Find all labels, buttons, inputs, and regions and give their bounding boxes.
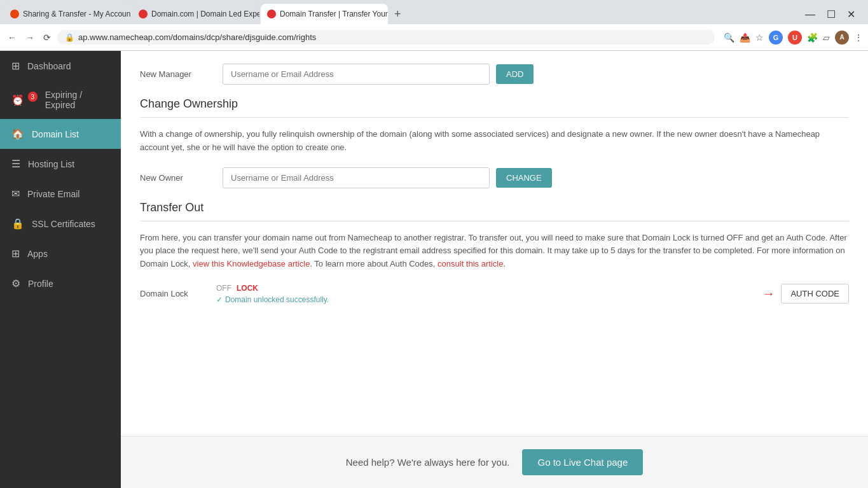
new-owner-row: New Owner CHANGE bbox=[140, 167, 849, 188]
domain-lock-row: Domain Lock OFF LOCK ✓ Domain unlocked s… bbox=[140, 284, 849, 304]
sidebar-toggle-button[interactable]: ▱ bbox=[823, 32, 830, 43]
reload-button[interactable]: ⟳ bbox=[41, 30, 53, 45]
browser-tab-1[interactable]: Sharing & Transfer - My Accoun... ✕ bbox=[4, 4, 131, 24]
tab-label-3: Domain Transfer | Transfer Your D... bbox=[280, 10, 388, 18]
menu-button[interactable]: ⋮ bbox=[854, 32, 863, 43]
transfer-desc-part5: . bbox=[503, 259, 506, 268]
bookmark-button[interactable]: ☆ bbox=[755, 32, 764, 43]
share-button[interactable]: 📤 bbox=[740, 32, 750, 43]
sidebar-item-profile[interactable]: ⚙ Profile bbox=[0, 268, 121, 298]
change-button[interactable]: CHANGE bbox=[496, 168, 552, 188]
sidebar-item-ssl-certificates[interactable]: 🔒 SSL Certificates bbox=[0, 209, 121, 239]
sidebar: ⊞ Dashboard ⏰ 3 Expiring / Expired 🏠 Dom… bbox=[0, 51, 121, 488]
sidebar-item-dashboard[interactable]: ⊞ Dashboard bbox=[0, 51, 121, 81]
tab-favicon-2 bbox=[139, 10, 148, 18]
browser-tab-3[interactable]: Domain Transfer | Transfer Your D... ✕ bbox=[261, 4, 388, 24]
transfer-out-divider bbox=[140, 221, 849, 221]
new-owner-input[interactable] bbox=[223, 167, 490, 188]
tab-favicon-1 bbox=[10, 10, 19, 18]
lock-right-area: → AUTH CODE bbox=[762, 284, 849, 303]
page-footer: Need help? We're always here for you. Go… bbox=[121, 436, 868, 488]
sidebar-item-dashboard-label: Dashboard bbox=[27, 61, 71, 71]
profile-avatar[interactable]: A bbox=[835, 31, 849, 45]
change-ownership-title: Change Ownership bbox=[140, 97, 849, 111]
search-button[interactable]: 🔍 bbox=[724, 32, 734, 43]
add-button[interactable]: ADD bbox=[496, 64, 534, 84]
minimize-button[interactable]: — bbox=[801, 8, 819, 22]
private-email-icon: ✉ bbox=[11, 188, 20, 200]
sidebar-item-private-email-label: Private Email bbox=[27, 189, 79, 199]
sidebar-item-expiring-label: Expiring / Expired bbox=[45, 90, 109, 110]
new-manager-label: New Manager bbox=[140, 69, 216, 79]
browser-tab-2[interactable]: Domain.com | Domain Led Expe... ✕ bbox=[132, 4, 259, 24]
knowledgebase-link[interactable]: view this Knowledgebase article bbox=[193, 259, 310, 268]
maximize-button[interactable]: ☐ bbox=[823, 7, 839, 22]
apps-icon: ⊞ bbox=[11, 247, 20, 260]
lock-success-message: ✓ Domain unlocked successfully. bbox=[216, 295, 762, 304]
auth-code-button[interactable]: AUTH CODE bbox=[781, 284, 849, 303]
url-lock-icon: 🔒 bbox=[65, 33, 74, 42]
close-window-button[interactable]: ✕ bbox=[843, 7, 859, 22]
sidebar-item-domain-list[interactable]: 🏠 Domain List bbox=[0, 119, 121, 149]
url-bar[interactable]: 🔒 ap.www.namecheap.com/domains/dcp/share… bbox=[57, 30, 715, 45]
tab-favicon-3 bbox=[267, 10, 276, 18]
new-owner-label: New Owner bbox=[140, 173, 216, 183]
content-area: New Manager ADD Change Ownership With a … bbox=[121, 51, 868, 488]
sidebar-item-apps[interactable]: ⊞ Apps bbox=[0, 239, 121, 268]
footer-help-text: Need help? We're always here for you. bbox=[346, 457, 510, 468]
live-chat-button[interactable]: Go to Live Chat page bbox=[522, 449, 643, 475]
sidebar-item-private-email[interactable]: ✉ Private Email bbox=[0, 179, 121, 209]
sidebar-item-domain-list-label: Domain List bbox=[32, 129, 79, 139]
new-manager-row: New Manager ADD bbox=[140, 64, 849, 85]
window-controls: — ☐ ✕ bbox=[796, 4, 864, 24]
url-text: ap.www.namecheap.com/domains/dcp/share/d… bbox=[78, 32, 707, 42]
transfer-out-title: Transfer Out bbox=[140, 201, 849, 214]
lock-on-text: LOCK bbox=[237, 284, 258, 293]
page-content: New Manager ADD Change Ownership With a … bbox=[121, 51, 868, 436]
transfer-desc-part3: . To learn more about Auth Codes, bbox=[310, 259, 437, 268]
tab-label-2: Domain.com | Domain Led Expe... bbox=[151, 10, 259, 18]
browser-chrome: Sharing & Transfer - My Accoun... ✕ Doma… bbox=[0, 0, 868, 51]
new-tab-button[interactable]: + bbox=[389, 8, 406, 21]
arrow-icon: → bbox=[762, 286, 775, 301]
google-account-icon[interactable]: G bbox=[769, 31, 783, 45]
sidebar-item-profile-label: Profile bbox=[28, 279, 53, 289]
change-ownership-description: With a change of ownership, you fully re… bbox=[140, 128, 849, 155]
sidebar-item-expiring-expired[interactable]: ⏰ 3 Expiring / Expired bbox=[0, 81, 121, 119]
domain-lock-label: Domain Lock bbox=[140, 289, 216, 298]
tab-bar: Sharing & Transfer - My Accoun... ✕ Doma… bbox=[0, 0, 868, 24]
address-bar: ← → ⟳ 🔒 ap.www.namecheap.com/domains/dcp… bbox=[0, 24, 868, 51]
lock-status: OFF LOCK bbox=[216, 284, 762, 293]
transfer-out-description: From here, you can transfer your domain … bbox=[140, 232, 849, 271]
back-button[interactable]: ← bbox=[5, 30, 19, 45]
checkmark-icon: ✓ bbox=[216, 295, 223, 304]
user-account-icon[interactable]: U bbox=[788, 31, 802, 45]
forward-button[interactable]: → bbox=[23, 30, 37, 45]
hosting-list-icon: ☰ bbox=[11, 158, 20, 170]
ssl-icon: 🔒 bbox=[11, 218, 24, 230]
change-ownership-divider bbox=[140, 117, 849, 118]
sidebar-item-hosting-list[interactable]: ☰ Hosting List bbox=[0, 149, 121, 179]
extensions-button[interactable]: 🧩 bbox=[807, 32, 818, 43]
new-manager-input[interactable] bbox=[223, 64, 490, 85]
dashboard-icon: ⊞ bbox=[11, 60, 20, 72]
domain-list-icon: 🏠 bbox=[11, 128, 24, 140]
browser-actions: 🔍 📤 ☆ G U 🧩 ▱ A ⋮ bbox=[724, 31, 863, 45]
main-layout: ⊞ Dashboard ⏰ 3 Expiring / Expired 🏠 Dom… bbox=[0, 51, 868, 488]
expiring-icon: ⏰ bbox=[11, 94, 24, 106]
sidebar-item-hosting-list-label: Hosting List bbox=[28, 159, 74, 169]
lock-success-text: Domain unlocked successfully. bbox=[225, 295, 329, 304]
expiring-badge: 3 bbox=[28, 92, 38, 102]
sidebar-item-ssl-label: SSL Certificates bbox=[32, 219, 95, 229]
lock-off-text: OFF bbox=[216, 284, 231, 293]
auth-codes-link[interactable]: consult this article bbox=[437, 259, 503, 268]
tab-label-1: Sharing & Transfer - My Accoun... bbox=[23, 10, 131, 18]
profile-icon: ⚙ bbox=[11, 277, 20, 289]
domain-lock-status-area: OFF LOCK ✓ Domain unlocked successfully. bbox=[216, 284, 762, 304]
sidebar-item-apps-label: Apps bbox=[27, 249, 48, 259]
